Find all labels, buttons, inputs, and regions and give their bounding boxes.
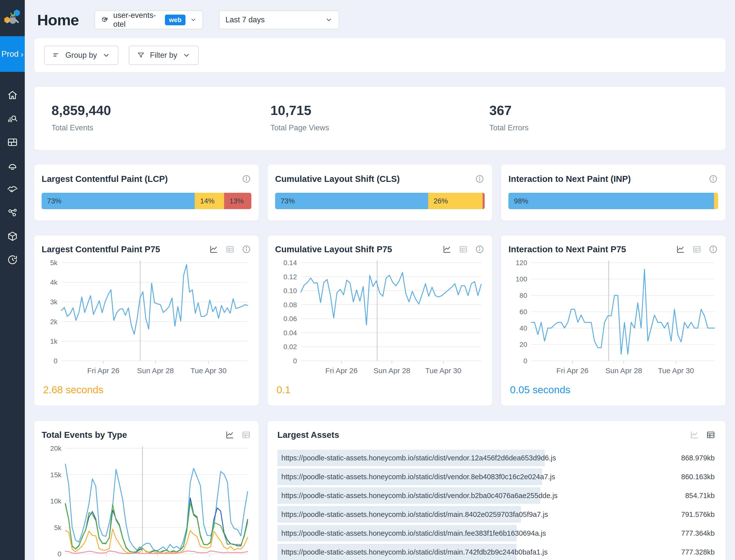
- info-icon[interactable]: [475, 174, 485, 184]
- vital-segment-needs_improvement: 14%: [195, 193, 224, 209]
- inp-p75-value: 0.05 seconds: [508, 384, 718, 396]
- asset-size: 860.163kb: [681, 473, 716, 481]
- sidebar-item-slos[interactable]: [0, 177, 25, 201]
- environment-switcher[interactable]: Prod ›: [0, 36, 25, 72]
- nodes-icon: [7, 207, 18, 219]
- asset-url: https://poodle-static-assets.honeycomb.i…: [277, 529, 546, 537]
- stat-total-page-views: 10,715 Total Page Views: [271, 103, 489, 132]
- filter-by-label: Filter by: [150, 51, 177, 60]
- svg-text:Tue Apr 30: Tue Apr 30: [191, 366, 227, 375]
- page-header: Home user-events-otel web Last 7 days: [34, 0, 726, 32]
- svg-text:3k: 3k: [50, 298, 58, 306]
- card-title: Cumulative Layout Shift P75: [275, 244, 392, 254]
- asset-url: https://poodle-static-assets.honeycomb.i…: [277, 510, 548, 519]
- honeycomb-logo[interactable]: [0, 0, 25, 36]
- info-icon[interactable]: [708, 174, 718, 184]
- line-chart-toggle-icon[interactable]: [689, 430, 699, 440]
- dataset-name: user-events-otel: [113, 11, 161, 29]
- table-toggle-icon[interactable]: [225, 244, 235, 254]
- vital-segment-good: 73%: [275, 193, 428, 209]
- sidebar-item-query[interactable]: [0, 107, 25, 130]
- environment-label: Prod: [1, 49, 19, 59]
- svg-text:80: 80: [519, 292, 527, 299]
- line-chart-toggle-icon[interactable]: [225, 430, 235, 440]
- card-title: Largest Contentful Paint P75: [42, 244, 160, 254]
- asset-size: 791.576kb: [681, 510, 716, 519]
- filter-by-button[interactable]: Filter by: [129, 46, 199, 65]
- svg-text:0.10: 0.10: [283, 287, 297, 295]
- cube-icon: [7, 230, 18, 242]
- time-range-selector[interactable]: Last 7 days: [219, 10, 339, 29]
- table-toggle-icon[interactable]: [241, 430, 251, 440]
- sidebar-nav: [0, 83, 25, 272]
- lcp-distribution-card: Largest Contentful Paint (LCP) 73%14%13%: [34, 165, 259, 221]
- inp-p75-card: Interaction to Next Paint P75 0204060801…: [501, 235, 726, 406]
- asset-url: https://poodle-static-assets.honeycomb.i…: [277, 473, 555, 481]
- dataset-selector[interactable]: user-events-otel web: [95, 10, 203, 29]
- stat-value: 8,859,440: [52, 103, 271, 118]
- bell-icon: [7, 160, 18, 171]
- history-icon: [7, 254, 18, 266]
- svg-text:0.14: 0.14: [283, 259, 297, 267]
- lcp-p75-chart: 01k2k3k4k5kFri Apr 26Sun Apr 28Tue Apr 3…: [42, 258, 251, 378]
- svg-text:Tue Apr 30: Tue Apr 30: [658, 366, 694, 375]
- svg-text:0.06: 0.06: [283, 315, 297, 323]
- info-icon[interactable]: [242, 244, 251, 254]
- sidebar-item-activity[interactable]: [0, 248, 25, 272]
- asset-row: https://poodle-static-assets.honeycomb.i…: [277, 469, 716, 485]
- line-chart-toggle-icon[interactable]: [442, 244, 452, 254]
- vital-segment-poor: [483, 193, 485, 209]
- line-chart-toggle-icon[interactable]: [676, 244, 685, 254]
- table-toggle-icon[interactable]: [706, 430, 716, 440]
- svg-text:40: 40: [519, 324, 527, 332]
- asset-url: https://poodle-static-assets.honeycomb.i…: [277, 454, 556, 462]
- svg-text:0: 0: [523, 357, 527, 365]
- svg-text:0: 0: [293, 357, 297, 365]
- table-toggle-icon[interactable]: [458, 244, 468, 254]
- lcp-p75-card: Largest Contentful Paint P75 01k2k3k4k5k…: [34, 235, 259, 406]
- stat-total-errors: 367 Total Errors: [489, 103, 708, 132]
- sidebar: Prod ›: [0, 0, 25, 560]
- asset-url: https://poodle-static-assets.honeycomb.i…: [277, 548, 547, 556]
- card-title: Interaction to Next Paint P75: [508, 244, 626, 254]
- svg-text:5k: 5k: [54, 524, 62, 532]
- card-title: Cumulative Layout Shift (CLS): [275, 174, 400, 184]
- svg-text:20: 20: [519, 341, 527, 348]
- sidebar-item-triggers[interactable]: [0, 154, 25, 177]
- table-toggle-icon[interactable]: [692, 244, 702, 254]
- line-chart-toggle-icon[interactable]: [209, 244, 219, 254]
- sidebar-item-datasets[interactable]: [0, 224, 25, 248]
- svg-text:120: 120: [516, 259, 527, 267]
- lcp-p75-value: 2.68 seconds: [42, 384, 251, 396]
- sidebar-item-home[interactable]: [0, 83, 25, 107]
- svg-text:1k: 1k: [50, 337, 58, 345]
- filter-funnel-icon: [137, 51, 145, 59]
- sidebar-item-boards[interactable]: [0, 130, 25, 154]
- chevron-down-icon: [102, 51, 110, 59]
- vital-segment-good: 73%: [42, 193, 195, 209]
- page-title: Home: [37, 11, 79, 29]
- svg-text:15k: 15k: [50, 471, 62, 479]
- info-icon[interactable]: [242, 174, 251, 184]
- dataset-cube-icon: [101, 15, 109, 24]
- home-icon: [7, 89, 18, 101]
- total-events-by-type-chart: 05k10k15k20kFri Apr 26Sun Apr 28Tue Apr …: [42, 443, 251, 560]
- info-icon[interactable]: [475, 244, 485, 254]
- lcp-distribution-bar: 73%14%13%: [42, 193, 251, 209]
- cls-distribution-bar: 73%26%: [275, 193, 485, 209]
- honeycomb-mascot-icon: [2, 7, 23, 29]
- assets-list: https://poodle-static-assets.honeycomb.i…: [277, 450, 716, 560]
- sidebar-item-service-map[interactable]: [0, 201, 25, 224]
- dataset-type-badge: web: [165, 15, 186, 25]
- chevron-down-icon: [190, 16, 197, 24]
- chevron-down-icon: [182, 51, 191, 59]
- group-by-button[interactable]: Group by: [44, 46, 118, 65]
- info-icon[interactable]: [708, 244, 718, 254]
- handshake-icon: [7, 183, 18, 195]
- chevron-down-icon: [325, 16, 333, 24]
- svg-text:0.08: 0.08: [283, 301, 297, 309]
- stat-label: Total Errors: [489, 123, 708, 132]
- time-range-value: Last 7 days: [225, 15, 265, 24]
- svg-text:Sun Apr 28: Sun Apr 28: [137, 366, 174, 375]
- stat-label: Total Events: [52, 123, 271, 132]
